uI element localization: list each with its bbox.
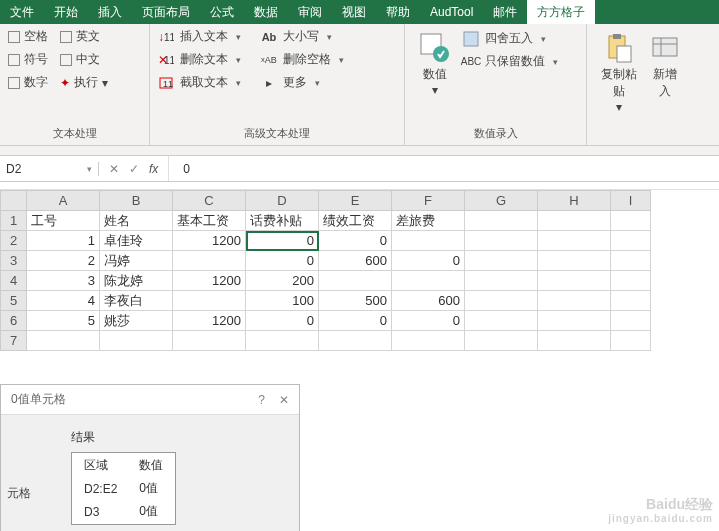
chk-chinese[interactable]: 中文 <box>60 51 100 68</box>
row-header-7[interactable]: 7 <box>1 331 27 351</box>
svg-text:11: 11 <box>164 55 174 66</box>
cell[interactable]: 0 <box>246 251 319 271</box>
btn-delete-space[interactable]: xAB删除空格▾ <box>261 51 344 68</box>
header-cell[interactable]: 话费补贴 <box>246 211 319 231</box>
btn-round[interactable]: 四舍五入▾ <box>463 30 558 47</box>
col-header-D[interactable]: D <box>246 191 319 211</box>
cell[interactable] <box>319 271 392 291</box>
chevron-down-icon[interactable]: ▾ <box>87 164 92 174</box>
cell[interactable]: 李夜白 <box>100 291 173 311</box>
menu-tab-10[interactable]: 邮件 <box>483 0 527 24</box>
cancel-icon[interactable]: ✕ <box>109 162 119 176</box>
col-header-B[interactable]: B <box>100 191 173 211</box>
more-icon: ▸ <box>261 75 277 91</box>
svg-text:11: 11 <box>164 32 174 43</box>
row-header-2[interactable]: 2 <box>1 231 27 251</box>
cell[interactable]: 5 <box>27 311 100 331</box>
cell[interactable] <box>173 291 246 311</box>
menu-tab-0[interactable]: 文件 <box>0 0 44 24</box>
col-header-A[interactable]: A <box>27 191 100 211</box>
row-header-3[interactable]: 3 <box>1 251 27 271</box>
cell[interactable]: 1200 <box>173 271 246 291</box>
col-header-G[interactable]: G <box>465 191 538 211</box>
menu-tab-11[interactable]: 方方格子 <box>527 0 595 24</box>
cell[interactable]: 0 <box>246 311 319 331</box>
btn-delete-text[interactable]: ✕11删除文本▾ <box>158 51 241 68</box>
col-header-F[interactable]: F <box>392 191 465 211</box>
cell[interactable]: 3 <box>27 271 100 291</box>
col-header-C[interactable]: C <box>173 191 246 211</box>
row-header-5[interactable]: 5 <box>1 291 27 311</box>
chk-space[interactable]: 空格 <box>8 28 48 45</box>
header-cell[interactable]: 绩效工资 <box>319 211 392 231</box>
header-cell[interactable]: 工号 <box>27 211 100 231</box>
cell[interactable]: 4 <box>27 291 100 311</box>
cell[interactable]: 0 <box>392 311 465 331</box>
cell[interactable]: 姚莎 <box>100 311 173 331</box>
cell[interactable]: 200 <box>246 271 319 291</box>
menu-tab-4[interactable]: 公式 <box>200 0 244 24</box>
chk-execute[interactable]: ✦执行▾ <box>60 74 108 91</box>
formula-value[interactable]: 0 <box>169 162 204 176</box>
menu-tab-6[interactable]: 审阅 <box>288 0 332 24</box>
group-text-processing: 空格 英文 符号 中文 数字 ✦执行▾ 文本处理 <box>0 24 150 145</box>
cell[interactable]: 0 <box>319 231 392 251</box>
btn-more[interactable]: ▸更多▾ <box>261 74 344 91</box>
btn-numeric[interactable]: 数值▾ <box>413 28 457 97</box>
chk-number[interactable]: 数字 <box>8 74 48 91</box>
cell[interactable]: 0 <box>319 311 392 331</box>
cell[interactable]: 600 <box>392 291 465 311</box>
case-icon: Ab <box>261 29 277 45</box>
cell[interactable]: 2 <box>27 251 100 271</box>
col-header-H[interactable]: H <box>538 191 611 211</box>
side-label: 元格 <box>7 485 31 502</box>
spreadsheet-grid[interactable]: ABCDEFGHI1工号姓名基本工资话费补贴绩效工资差旅费21卓佳玲120000… <box>0 190 719 351</box>
menu-tab-1[interactable]: 开始 <box>44 0 88 24</box>
confirm-icon[interactable]: ✓ <box>129 162 139 176</box>
cell[interactable]: 0 <box>392 251 465 271</box>
group-adv-text: ↓11插入文本▾ ✕11删除文本▾ 11截取文本▾ Ab大小写▾ xAB删除空格… <box>150 24 405 145</box>
btn-insert-text[interactable]: ↓11插入文本▾ <box>158 28 241 45</box>
btn-case[interactable]: Ab大小写▾ <box>261 28 344 45</box>
btn-add-insert[interactable]: 新增 入 <box>643 28 687 114</box>
cell[interactable]: 100 <box>246 291 319 311</box>
cell[interactable] <box>392 271 465 291</box>
cell[interactable]: 1 <box>27 231 100 251</box>
header-cell[interactable]: 差旅费 <box>392 211 465 231</box>
btn-cut-text[interactable]: 11截取文本▾ <box>158 74 241 91</box>
close-icon[interactable]: ✕ <box>279 393 289 407</box>
chk-english[interactable]: 英文 <box>60 28 100 45</box>
cell[interactable]: 卓佳玲 <box>100 231 173 251</box>
header-cell[interactable]: 基本工资 <box>173 211 246 231</box>
cell[interactable]: 500 <box>319 291 392 311</box>
dialog-titlebar[interactable]: 0值单元格 ?✕ <box>1 385 299 415</box>
cell[interactable] <box>392 231 465 251</box>
row-header-4[interactable]: 4 <box>1 271 27 291</box>
svg-rect-8 <box>464 32 478 46</box>
cell[interactable]: 1200 <box>173 311 246 331</box>
btn-copy-paste[interactable]: 复制粘 贴▾ <box>595 28 643 114</box>
help-icon[interactable]: ? <box>258 393 265 407</box>
cell[interactable]: 陈龙婷 <box>100 271 173 291</box>
cell[interactable]: 0 <box>246 231 319 251</box>
menu-tab-5[interactable]: 数据 <box>244 0 288 24</box>
menu-tab-7[interactable]: 视图 <box>332 0 376 24</box>
name-box[interactable]: D2▾ <box>0 162 99 176</box>
col-header-E[interactable]: E <box>319 191 392 211</box>
cell[interactable]: 1200 <box>173 231 246 251</box>
cell[interactable]: 600 <box>319 251 392 271</box>
fx-icon[interactable]: fx <box>149 162 158 176</box>
menu-tab-3[interactable]: 页面布局 <box>132 0 200 24</box>
cell[interactable]: 冯婷 <box>100 251 173 271</box>
paste-icon <box>603 32 635 64</box>
menu-tab-8[interactable]: 帮助 <box>376 0 420 24</box>
btn-keep-value[interactable]: ABC只保留数值▾ <box>463 53 558 70</box>
chk-symbol[interactable]: 符号 <box>8 51 48 68</box>
row-header-1[interactable]: 1 <box>1 211 27 231</box>
row-header-6[interactable]: 6 <box>1 311 27 331</box>
menu-tab-2[interactable]: 插入 <box>88 0 132 24</box>
col-header-I[interactable]: I <box>611 191 651 211</box>
cell[interactable] <box>173 251 246 271</box>
header-cell[interactable]: 姓名 <box>100 211 173 231</box>
menu-tab-9[interactable]: AudTool <box>420 0 483 24</box>
